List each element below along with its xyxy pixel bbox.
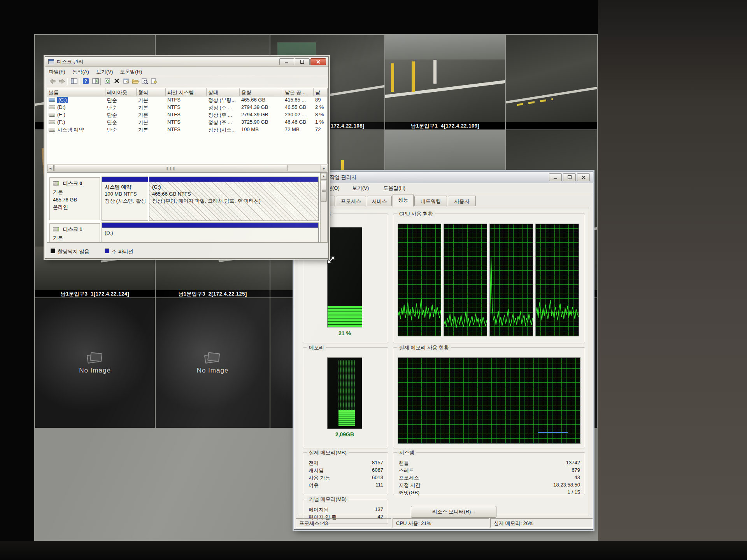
cpu-usage-value: 21 % [327, 330, 362, 336]
no-image-text: No Image [79, 367, 111, 374]
scroll-right-button[interactable]: ► [321, 165, 327, 171]
cpu-graph-1 [398, 224, 441, 336]
column-header-2[interactable]: 형식 [137, 88, 166, 96]
tab-네트워킹[interactable]: 네트워킹 [414, 196, 447, 206]
resource-monitor-button[interactable]: 리소스 모니터(R)... [411, 506, 496, 518]
task-manager-titlebar[interactable]: Windows 작업 관리자 [294, 172, 593, 183]
show-hide-icon[interactable] [91, 77, 100, 86]
scroll-thumb[interactable]: ❚❚❚ [54, 165, 288, 171]
cell-형식: 기본 [137, 111, 166, 119]
minimize-button[interactable] [549, 173, 562, 181]
memory-history-graph [398, 357, 580, 444]
memory-history-group-title: 실제 메모리 사용 현황 [397, 344, 451, 351]
partition-name: (D:) [105, 230, 113, 236]
disk0-status: 온라인 [53, 204, 96, 211]
system-row-0: 핸들13742 [399, 460, 580, 467]
partition-c[interactable]: (C:) 465.66 GB NTFS 정상 (부팅, 페이지 파일, 크래시 … [149, 177, 319, 221]
scroll-up-button[interactable]: ▲ [321, 173, 327, 180]
camera-cell-r1c5[interactable] [506, 35, 597, 130]
scroll-left-button[interactable]: ◄ [47, 165, 54, 171]
tm-menu-3[interactable]: 도움말(H) [380, 185, 409, 192]
column-header-6[interactable]: 남은 공... [283, 88, 314, 96]
delete-icon[interactable] [112, 77, 121, 86]
cell-남은 공...: 415.65 ... [283, 96, 314, 104]
cell-용량: 2794.39 GB [240, 104, 283, 111]
system-title: 시스템 [397, 449, 416, 456]
dm-menu-1[interactable]: 동작(A) [69, 68, 93, 75]
column-header-1[interactable]: 레이아웃 [105, 88, 137, 96]
camera-label: 남1문입구3_1[172.4.22.124] [35, 290, 155, 298]
scroll-thumb[interactable] [321, 180, 327, 202]
column-header-5[interactable]: 용량 [240, 88, 283, 96]
console-tree-icon[interactable] [70, 77, 78, 86]
volume-row-(D:)[interactable]: (D:)단순기본NTFS정상 (주 ...2794.39 GB46.55 GB2… [47, 104, 328, 111]
vertical-scrollbar[interactable]: ▲ [320, 173, 327, 242]
cell-레이아웃: 단순 [105, 119, 137, 126]
physical-memory-group: 실제 메모리(MB) 전체8157캐시됨6067사용 가능6013여유111 [303, 452, 388, 495]
mouse-cursor-resize-nwse [325, 254, 337, 267]
disk1-info-cell[interactable]: 디스크 1 기본 [49, 223, 100, 243]
minimize-button[interactable] [279, 58, 294, 65]
camera-cell-r3c2[interactable]: No Image [156, 298, 270, 428]
camera-label: 남1문입구1_4[172.4.22.109] [385, 122, 505, 130]
volume-row-(F:)[interactable]: (F:)단순기본NTFS정상 (주 ...3725.90 GB46.46 GB1… [47, 119, 328, 126]
horizontal-scrollbar[interactable]: ◄ ❚❚❚ ► [47, 164, 328, 172]
cell-볼륨: (D:) [47, 104, 105, 111]
physical-memory-row-0: 전체8157 [309, 460, 383, 467]
dm-menu-0[interactable]: 파일(F) [45, 68, 69, 75]
disk0-name: 디스크 0 [63, 180, 82, 186]
task-manager-menubar: 파일(F)옵션(O)보기(V)도움말(H) [294, 183, 593, 193]
cpu-usage-gauge-fill [328, 306, 362, 327]
cell-용량: 3725.90 GB [240, 119, 283, 126]
partition-size: 465.66 GB NTFS [152, 191, 191, 197]
maximize-button[interactable] [563, 173, 576, 181]
svg-text:?: ? [84, 79, 87, 84]
volume-row-(C:)[interactable]: (C:)단순기본NTFS정상 (부팅...465.66 GB415.65 ...… [47, 96, 328, 104]
column-header-7[interactable]: 남 [314, 88, 328, 96]
tm-menu-2[interactable]: 보기(V) [349, 185, 372, 192]
cpu-history-group-title: CPU 사용 현황 [397, 210, 435, 217]
close-button[interactable] [577, 173, 590, 181]
help-icon[interactable]: ? [82, 77, 90, 86]
cell-남은 공...: 46.55 GB [283, 104, 314, 111]
find-icon[interactable] [140, 77, 149, 86]
maximize-button[interactable] [295, 58, 310, 65]
yellow-bollard [391, 63, 394, 92]
tab-프로세스[interactable]: 프로세스 [336, 196, 366, 206]
disk0-info-cell[interactable]: 디스크 0 기본 465.76 GB 온라인 [49, 177, 100, 220]
legend-label-1: 주 파티션 [112, 248, 133, 255]
disk-management-titlebar[interactable]: 디스크 관리 [45, 57, 328, 67]
column-header-0[interactable]: 볼륨 [47, 88, 105, 96]
memory-gauge-fill [338, 410, 355, 426]
cell-용량: 2794.39 GB [240, 111, 283, 119]
open-folder-icon[interactable] [131, 77, 140, 86]
close-button[interactable] [310, 58, 326, 65]
tab-사용자[interactable]: 사용자 [448, 196, 476, 206]
camera-cell-r1c4[interactable]: 남1문입구1_4[172.4.22.109] [385, 35, 505, 130]
cell-형식: 기본 [137, 104, 166, 111]
cell-남은 공...: 72 MB [283, 126, 314, 133]
task-manager-tabstrip: 프로세스서비스성능네트워킹사용자 [294, 193, 593, 208]
tab-성능[interactable]: 성능 [393, 194, 414, 206]
column-header-3[interactable]: 파일 시스템 [166, 88, 207, 96]
volume-row-시스템 예약[interactable]: 시스템 예약단순기본NTFS정상 (시스...100 MB72 MB72 [47, 126, 328, 133]
dm-menu-3[interactable]: 도움말(H) [116, 68, 146, 75]
camera-cell-r3c1[interactable]: No Image [35, 298, 155, 428]
partition-system-reserved[interactable]: 시스템 예약 100 MB NTFS 정상 (시스템, 활성 [102, 177, 148, 221]
volume-row-(E:)[interactable]: (E:)단순기본NTFS정상 (주 ...2794.39 GB230.02 ..… [47, 111, 328, 119]
memory-history-blue-line [538, 432, 568, 433]
partition-size: 100 MB NTFS [105, 191, 137, 197]
refresh-icon[interactable] [103, 77, 112, 86]
toolbar-separator [79, 78, 79, 85]
settings-icon[interactable] [150, 77, 158, 86]
cell-남: 2 % [314, 104, 328, 111]
partition-d[interactable]: (D:) [102, 222, 319, 243]
tab-서비스[interactable]: 서비스 [367, 196, 392, 206]
back-arrow-icon[interactable] [48, 77, 57, 86]
dm-menu-2[interactable]: 보기(V) [93, 68, 116, 75]
column-header-4[interactable]: 상태 [207, 88, 240, 96]
forward-arrow-icon[interactable] [58, 77, 66, 86]
legend-label-0: 할당되지 않음 [58, 248, 89, 255]
partition-name: 시스템 예약 [105, 184, 132, 190]
properties-icon[interactable] [122, 77, 130, 86]
